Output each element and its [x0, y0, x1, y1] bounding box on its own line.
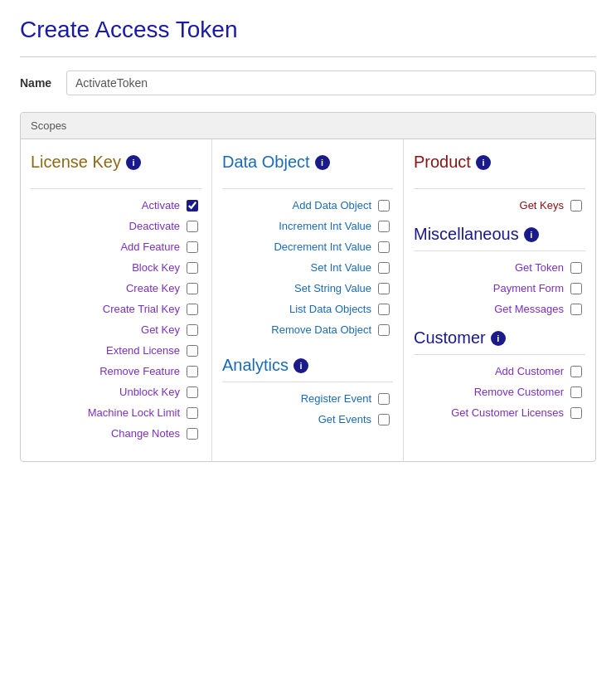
product-title: Product i	[414, 153, 585, 172]
remove-data-object-checkbox[interactable]	[378, 324, 390, 336]
create-trial-key-label: Create Trial Key	[103, 303, 180, 315]
activate-checkbox[interactable]	[187, 200, 198, 211]
change-notes-checkbox[interactable]	[187, 428, 198, 440]
list-item: Remove Feature	[31, 365, 201, 377]
get-messages-checkbox[interactable]	[570, 304, 582, 315]
add-data-object-label: Add Data Object	[293, 199, 371, 211]
register-event-label: Register Event	[301, 392, 371, 405]
product-divider	[414, 188, 585, 189]
block-key-label: Block Key	[132, 261, 180, 274]
analytics-title: Analytics i	[222, 356, 393, 375]
get-token-checkbox[interactable]	[570, 262, 582, 274]
set-int-value-checkbox[interactable]	[378, 262, 390, 274]
get-key-label: Get Key	[141, 323, 180, 336]
remove-feature-checkbox[interactable]	[187, 366, 198, 377]
create-key-checkbox[interactable]	[187, 283, 198, 294]
get-events-checkbox[interactable]	[378, 414, 390, 425]
deactivate-checkbox[interactable]	[187, 221, 198, 232]
miscellaneous-title: Miscellaneous i	[414, 225, 585, 244]
set-string-value-checkbox[interactable]	[378, 283, 390, 294]
analytics-info-icon[interactable]: i	[293, 358, 308, 373]
set-int-value-label: Set Int Value	[311, 261, 371, 274]
list-item: Add Data Object	[222, 199, 393, 211]
product-info-icon[interactable]: i	[476, 155, 491, 170]
create-trial-key-checkbox[interactable]	[187, 304, 198, 315]
product-column: Product i Get Keys Miscellaneous i Get T…	[404, 139, 595, 461]
scopes-body: License Key i Activate Deactivate Add Fe…	[21, 139, 595, 461]
increment-int-value-label: Increment Int Value	[279, 220, 371, 232]
unblock-key-label: Unblock Key	[119, 386, 180, 398]
set-string-value-label: Set String Value	[294, 282, 371, 294]
name-input[interactable]	[66, 70, 596, 95]
license-key-title: License Key i	[31, 153, 201, 172]
scopes-container: Scopes License Key i Activate Deactivate…	[20, 112, 596, 462]
list-item: Get Events	[222, 413, 393, 425]
customer-section: Customer i Add Customer Remove Customer …	[414, 328, 585, 419]
register-event-checkbox[interactable]	[378, 393, 390, 405]
list-item: List Data Objects	[222, 303, 393, 315]
list-data-objects-checkbox[interactable]	[378, 304, 390, 315]
page-title: Create Access Token	[20, 17, 596, 43]
add-data-object-checkbox[interactable]	[378, 200, 390, 211]
add-feature-checkbox[interactable]	[187, 241, 198, 253]
data-object-info-icon[interactable]: i	[315, 155, 330, 170]
list-item: Increment Int Value	[222, 220, 393, 232]
get-customer-licenses-label: Get Customer Licenses	[451, 406, 564, 419]
remove-customer-checkbox[interactable]	[570, 386, 582, 398]
list-item: Deactivate	[31, 220, 201, 232]
extend-license-checkbox[interactable]	[187, 345, 198, 357]
add-feature-label: Add Feature	[120, 241, 180, 253]
remove-customer-label: Remove Customer	[474, 386, 564, 398]
payment-form-checkbox[interactable]	[570, 283, 582, 294]
list-item: Add Feature	[31, 241, 201, 253]
customer-info-icon[interactable]: i	[491, 331, 506, 346]
data-object-column: Data Object i Add Data Object Increment …	[212, 139, 404, 461]
name-label: Name	[20, 76, 53, 90]
customer-divider	[414, 354, 585, 355]
list-item: Get Customer Licenses	[414, 406, 585, 419]
list-item: Create Trial Key	[31, 303, 201, 315]
title-divider	[20, 56, 596, 57]
get-keys-checkbox[interactable]	[570, 200, 582, 211]
get-events-label: Get Events	[318, 413, 371, 425]
name-row: Name	[20, 70, 596, 95]
license-key-info-icon[interactable]: i	[126, 155, 141, 170]
add-customer-checkbox[interactable]	[570, 366, 582, 377]
miscellaneous-info-icon[interactable]: i	[524, 227, 539, 242]
scopes-header: Scopes	[21, 113, 595, 139]
data-object-divider	[222, 188, 393, 189]
decrement-int-value-label: Decrement Int Value	[274, 241, 371, 253]
machine-lock-limit-checkbox[interactable]	[187, 407, 198, 419]
list-item: Unblock Key	[31, 386, 201, 398]
get-keys-label: Get Keys	[520, 199, 564, 211]
list-item: Get Messages	[414, 303, 585, 315]
machine-lock-limit-label: Machine Lock Limit	[88, 406, 180, 419]
change-notes-label: Change Notes	[111, 427, 180, 440]
get-customer-licenses-checkbox[interactable]	[570, 407, 582, 419]
customer-title: Customer i	[414, 328, 585, 348]
block-key-checkbox[interactable]	[187, 262, 198, 274]
list-item: Activate	[31, 199, 201, 211]
list-item: Get Key	[31, 323, 201, 336]
payment-form-label: Payment Form	[493, 282, 564, 294]
create-key-label: Create Key	[126, 282, 180, 294]
list-item: Add Customer	[414, 365, 585, 377]
get-key-checkbox[interactable]	[187, 324, 198, 336]
analytics-divider	[222, 382, 393, 382]
extend-license-label: Extend License	[106, 344, 180, 357]
decrement-int-value-checkbox[interactable]	[378, 241, 390, 253]
unblock-key-checkbox[interactable]	[187, 386, 198, 398]
increment-int-value-checkbox[interactable]	[378, 221, 390, 232]
list-item: Change Notes	[31, 427, 201, 440]
add-customer-label: Add Customer	[495, 365, 564, 377]
list-item: Set Int Value	[222, 261, 393, 274]
activate-label: Activate	[142, 199, 180, 211]
list-item: Decrement Int Value	[222, 241, 393, 253]
get-messages-label: Get Messages	[494, 303, 564, 315]
list-item: Remove Data Object	[222, 323, 393, 336]
deactivate-label: Deactivate	[129, 220, 180, 232]
list-item: Set String Value	[222, 282, 393, 294]
list-item: Get Keys	[414, 199, 585, 211]
list-item: Get Token	[414, 261, 585, 274]
license-key-column: License Key i Activate Deactivate Add Fe…	[21, 139, 212, 461]
